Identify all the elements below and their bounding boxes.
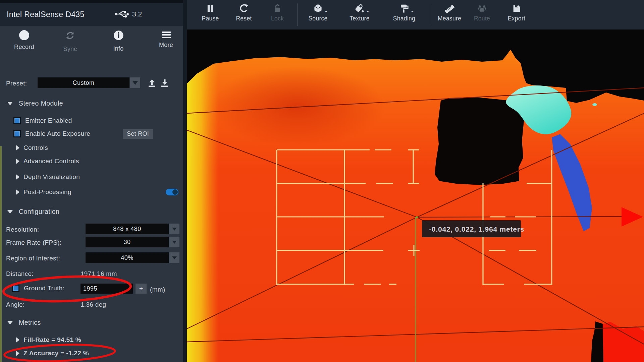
source-button[interactable]: ⌄ Source xyxy=(302,3,334,27)
texture-bucket-icon xyxy=(355,3,365,13)
3d-viewport: Pause Reset Lock xyxy=(187,0,644,362)
expand-arrow-icon xyxy=(16,174,19,180)
emitter-enabled-label: Emitter Enabled xyxy=(25,117,72,124)
toolbar-divider xyxy=(297,3,298,26)
roi-label: Region of Interest: xyxy=(6,255,60,262)
expand-arrow-icon xyxy=(16,159,19,164)
chevron-down-icon: ⌄ xyxy=(410,7,415,13)
reset-button[interactable]: Reset xyxy=(228,3,260,27)
usb-icon xyxy=(114,10,130,18)
export-save-icon xyxy=(512,3,521,13)
fill-rate-expander[interactable]: Fill-Rate = 94.51 % xyxy=(16,336,81,344)
frame-rate-dropdown-arrow[interactable] xyxy=(169,237,179,247)
measure-point xyxy=(416,216,418,218)
preset-dropdown-arrow[interactable] xyxy=(130,77,140,88)
expand-arrow-icon xyxy=(16,351,19,356)
dropdown-arrow-icon xyxy=(132,81,138,85)
metrics-header[interactable]: Metrics xyxy=(7,319,41,326)
upload-preset-icon[interactable] xyxy=(147,78,157,88)
record-button[interactable]: Record xyxy=(7,30,41,51)
sync-button[interactable]: Sync xyxy=(53,30,87,53)
angle-value: 1.36 deg xyxy=(80,301,106,308)
emitter-enabled-row: Emitter Enabled xyxy=(13,117,72,124)
configuration-header[interactable]: Configuration xyxy=(7,208,59,216)
auto-exposure-row: Enable Auto Exposure Set ROI xyxy=(13,130,174,137)
z-accuracy-expander[interactable]: Z Accuracy = -1.22 % xyxy=(16,350,89,357)
chevron-down-icon: ⌄ xyxy=(324,7,328,13)
pause-icon xyxy=(206,3,215,13)
ground-truth-checkbox[interactable] xyxy=(12,285,19,292)
source-cube-icon xyxy=(313,3,323,13)
resolution-dropdown[interactable]: 848 x 480 xyxy=(86,224,169,234)
measure-ruler-icon xyxy=(444,3,455,13)
lock-open-icon xyxy=(273,3,282,13)
depth-shadow-blob xyxy=(210,66,385,147)
window-edge-artifact xyxy=(0,146,2,362)
emitter-enabled-checkbox[interactable] xyxy=(13,117,21,124)
advanced-controls-expander[interactable]: Advanced Controls xyxy=(16,158,79,165)
controls-expander[interactable]: Controls xyxy=(16,144,48,152)
distance-label: Distance: xyxy=(6,270,34,278)
set-roi-button[interactable]: Set ROI xyxy=(123,129,153,139)
panel-top-strip xyxy=(0,0,183,3)
dropdown-arrow-icon xyxy=(172,228,177,231)
more-button[interactable]: More xyxy=(149,30,183,49)
dropdown-arrow-icon xyxy=(172,241,177,244)
resolution-label: Resolution: xyxy=(6,226,39,233)
ground-truth-input[interactable] xyxy=(80,284,133,294)
sync-icon xyxy=(65,30,75,41)
collapse-arrow-icon xyxy=(7,321,13,324)
expand-arrow-icon xyxy=(16,145,19,150)
chevron-down-icon: ⌄ xyxy=(366,7,370,13)
lock-button[interactable]: Lock xyxy=(261,3,293,27)
record-icon xyxy=(19,30,29,40)
stereo-module-header[interactable]: Stereo Module xyxy=(7,100,63,107)
ground-truth-label: Ground Truth: xyxy=(24,285,64,292)
measurement-tooltip: -0.042, 0.022, 1.964 meters xyxy=(422,220,524,237)
cyan-speck xyxy=(592,103,597,106)
frame-rate-dropdown[interactable]: 30 xyxy=(86,237,169,247)
expand-arrow-icon xyxy=(16,189,19,195)
device-panel: Intel RealSense D435 3.2 xyxy=(0,0,187,362)
measure-button[interactable]: Measure xyxy=(433,3,466,27)
more-icon xyxy=(162,32,171,38)
usb-version: 3.2 xyxy=(132,10,142,18)
occlusion-hole-box xyxy=(435,97,524,185)
info-button[interactable]: Info xyxy=(102,30,135,52)
ground-truth-increment-button[interactable]: + xyxy=(136,284,147,294)
post-processing-expander[interactable]: Post-Processing xyxy=(16,188,71,196)
depth-visualization-expander[interactable]: Depth Visualization xyxy=(16,173,80,181)
route-button[interactable]: Route xyxy=(466,3,498,27)
device-title: Intel RealSense D435 xyxy=(7,10,85,19)
tooltip-coordinates-text: -0.042, 0.022, 1.964 meters xyxy=(429,225,524,233)
realsense-viewer-window: Intel RealSense D435 3.2 xyxy=(0,0,644,362)
resolution-dropdown-arrow[interactable] xyxy=(169,224,179,234)
frame-rate-label: Frame Rate (FPS): xyxy=(6,239,62,246)
shading-button[interactable]: ⌄ Shading xyxy=(388,3,420,27)
depth-pointcloud-scene[interactable]: -0.042, 0.022, 1.964 meters xyxy=(187,29,644,362)
roi-dropdown[interactable]: 40% xyxy=(86,252,169,263)
route-paw-icon xyxy=(477,3,487,13)
angle-label: Angle: xyxy=(6,301,25,308)
dropdown-arrow-icon xyxy=(172,256,177,259)
download-preset-icon[interactable] xyxy=(160,78,170,88)
collapse-arrow-icon xyxy=(7,210,13,214)
export-button[interactable]: Export xyxy=(500,3,533,27)
texture-button[interactable]: ⌄ Texture xyxy=(343,3,376,27)
toolbar-divider xyxy=(431,3,431,26)
preset-dropdown[interactable]: Custom xyxy=(38,77,129,88)
viewport-toolbar: Pause Reset Lock xyxy=(187,0,644,29)
near-depth-yellow-edge xyxy=(187,50,219,362)
auto-exposure-checkbox[interactable] xyxy=(13,130,21,137)
fill-rate-value: Fill-Rate = 94.51 % xyxy=(23,336,81,344)
reset-icon xyxy=(239,3,249,13)
device-header: Intel RealSense D435 3.2 xyxy=(0,3,183,26)
distance-value: 1971.16 mm xyxy=(80,270,117,278)
collapse-arrow-icon xyxy=(7,102,13,105)
preset-label: Preset: xyxy=(6,80,27,87)
pause-button[interactable]: Pause xyxy=(194,3,226,27)
roi-dropdown-arrow[interactable] xyxy=(169,252,179,263)
z-accuracy-value: Z Accuracy = -1.22 % xyxy=(23,350,89,357)
auto-exposure-label: Enable Auto Exposure xyxy=(25,130,90,137)
post-processing-toggle[interactable] xyxy=(166,189,178,195)
